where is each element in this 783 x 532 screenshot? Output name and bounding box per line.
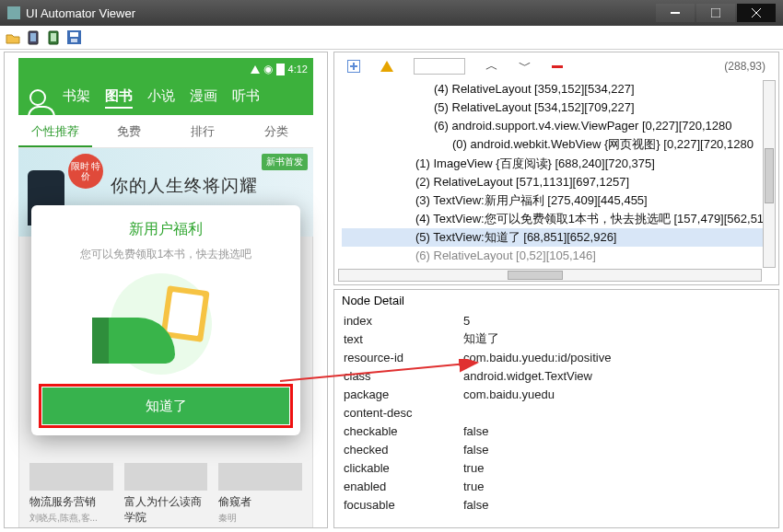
book-title: 物流服务营销 [29,494,113,510]
screenshot-panel: ◉ 4:12 书架 图书 小说 漫画 听书 个性推荐 免费 排行 分类 [4,52,328,528]
warning-icon[interactable] [380,61,393,72]
subtab-category[interactable]: 分类 [240,115,313,147]
modal-title: 新用户福利 [31,220,300,239]
book-thumb [218,463,302,491]
detail-key: resource-id [334,351,463,364]
detail-row: enabledtrue [334,477,778,495]
device-dump-icon[interactable] [46,30,61,45]
detail-key: index [334,314,463,328]
detail-key: clickable [334,461,463,475]
subtab-rank[interactable]: 排行 [166,115,240,147]
tree-row[interactable]: (5) RelativeLayout [534,152][709,227] [342,98,771,117]
tree-row[interactable]: (6) RelativeLayout [0,52][105,146] [342,247,771,265]
book-card[interactable]: 富人为什么读商学院 郎世荣 [124,463,208,528]
detail-key: package [334,387,463,401]
nav-audio[interactable]: 听书 [232,87,260,109]
device-screenshot[interactable]: ◉ 4:12 书架 图书 小说 漫画 听书 个性推荐 免费 排行 分类 [18,58,313,528]
banner-new-tag: 新书首发 [262,154,308,170]
status-time: 4:12 [288,64,308,75]
detail-key: content-desc [334,406,463,420]
detail-value: com.baidu.yuedu:id/positive [463,351,778,364]
window-maximize-button[interactable] [696,4,735,22]
nav-books[interactable]: 图书 [105,87,133,109]
tree-row[interactable]: (4) TextView:您可以免费领取1本书，快去挑选吧 [157,479][… [342,210,771,228]
tree-search-input[interactable] [414,58,465,75]
detail-key: checkable [334,424,463,438]
nav-shelf[interactable]: 书架 [63,87,90,109]
subtab-free[interactable]: 免费 [92,115,166,147]
tree-toolbar: ︿ ﹀ (288,93) [334,52,778,80]
modal-subtitle: 您可以免费领取1本书，快去挑选吧 [31,247,300,262]
book-thumb [124,463,208,491]
window-title: UI Automator Viewer [26,6,135,20]
tree-vscrollbar[interactable] [763,80,776,268]
detail-value: true [463,461,778,475]
tree-row[interactable]: (1) ImageView {百度阅读} [688,240][720,375] [342,155,771,173]
open-icon[interactable] [6,30,20,45]
modal-confirm-button[interactable]: 知道了 [42,387,289,424]
detail-key: enabled [334,480,463,493]
detail-row: checkablefalse [334,422,778,440]
save-icon[interactable] [66,30,81,45]
window-titlebar: UI Automator Viewer [0,0,783,26]
detail-row: text知道了 [334,330,778,348]
detail-table: index5text知道了resource-idcom.baidu.yuedu:… [334,311,778,514]
sub-tabs: 个性推荐 免费 排行 分类 [18,115,313,148]
detail-value: 知道了 [463,330,778,347]
detail-row: classandroid.widget.TextView [334,366,778,385]
svg-rect-7 [51,33,56,41]
tree-hscrollbar[interactable] [338,269,762,282]
tree-row[interactable]: (4) RelativeLayout [359,152][534,227] [342,80,771,98]
battery-icon [276,64,285,75]
nav-novel[interactable]: 小说 [147,87,175,109]
main-toolbar [0,26,783,50]
detail-value: true [463,480,778,493]
app-icon [7,6,20,19]
window-close-button[interactable] [737,4,776,22]
detail-key: text [334,332,463,346]
detail-value: false [463,498,778,512]
detail-heading: Node Detail [334,290,778,311]
detail-key: focusable [334,498,463,512]
top-nav: 书架 图书 小说 漫画 听书 [63,87,260,109]
detail-row: packagecom.baidu.yuedu [334,385,778,403]
tree-row[interactable]: (0) android.webkit.WebView {网页视图} [0,227… [342,135,771,154]
hierarchy-tree[interactable]: (4) RelativeLayout [359,152][534,227](5)… [334,80,778,271]
wifi-icon: ◉ [263,63,273,75]
banner-badge: 限时 特价 [68,154,103,189]
detail-row: clickabletrue [334,458,778,477]
book-card[interactable]: 偷窥者 秦明 [218,463,302,528]
svg-rect-9 [70,32,78,37]
next-icon[interactable]: ﹀ [519,58,532,75]
tree-row[interactable]: (3) TextView:新用户福利 [275,409][445,455] [342,191,771,210]
book-author: 刘晓兵,陈燕,客... [29,512,113,525]
banner-text: 你的人生终将闪耀 [111,174,258,198]
book-author: 郎世荣 [124,527,208,528]
detail-value: false [463,443,778,457]
detail-value: android.widget.TextView [463,369,778,383]
detail-value: 5 [463,314,778,328]
node-detail-panel: Node Detail index5text知道了resource-idcom.… [333,289,779,528]
subtab-recommend[interactable]: 个性推荐 [18,115,92,147]
detail-row: index5 [334,311,778,330]
user-icon[interactable] [29,89,46,106]
tree-row[interactable]: (6) android.support.v4.view.ViewPager [0… [342,117,771,135]
modal-illustration [92,273,240,375]
svg-rect-1 [711,8,720,17]
tree-row[interactable]: (2) RelativeLayout [571,1131][697,1257] [342,173,771,191]
expand-all-icon[interactable] [347,60,360,73]
book-card[interactable]: 物流服务营销 刘晓兵,陈燕,客... [29,463,113,528]
detail-key: checked [334,443,463,457]
window-minimize-button[interactable] [656,4,695,22]
app-header: 书架 图书 小说 漫画 听书 [18,80,313,115]
detail-row: checkedfalse [334,440,778,458]
book-title: 偷窥者 [218,494,302,510]
prev-icon[interactable]: ︿ [485,58,498,75]
device-screenshot-icon[interactable] [26,30,41,45]
remove-icon[interactable] [552,65,563,68]
book-cards-row: 物流服务营销 刘晓兵,陈燕,客... 富人为什么读商学院 郎世荣 偷窥者 秦明 [18,459,313,528]
nav-comic[interactable]: 漫画 [190,87,217,109]
svg-rect-0 [671,12,680,14]
tree-row[interactable]: (5) TextView:知道了 [68,851][652,926] [342,228,771,247]
detail-row: content-desc [334,403,778,422]
